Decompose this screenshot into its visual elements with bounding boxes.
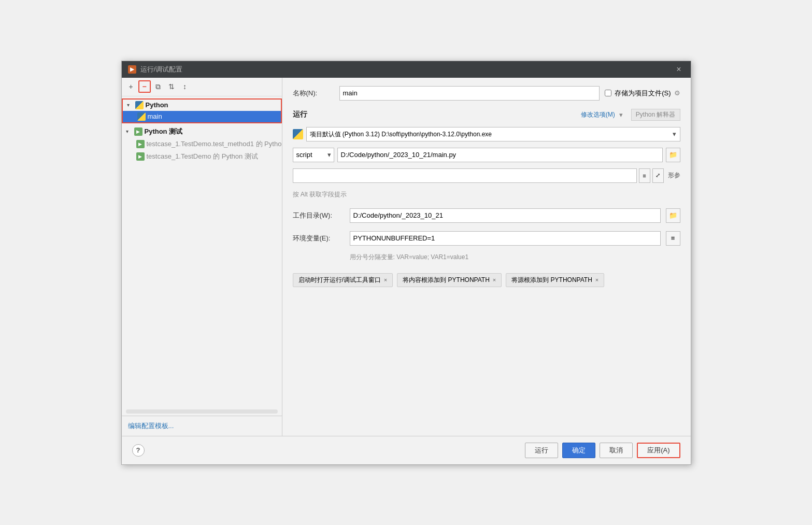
python-test-expand-arrow: ▾ (126, 129, 132, 134)
tag-add-content-root-label: 将内容根添加到 PYTHONPATH (403, 276, 490, 285)
python-test-group-icon: ▶ (134, 127, 143, 136)
folder-icon: 📁 (669, 151, 677, 159)
test-item-2-label: testcase_1.TestDemo 的 Python 测试 (147, 152, 258, 161)
tag-add-source-root-label: 将源根添加到 PYTHONPATH (511, 276, 592, 285)
params-code-button[interactable]: ≡ (639, 168, 650, 183)
help-button[interactable]: ? (132, 444, 145, 457)
move-config-button[interactable]: ⇅ (165, 80, 178, 93)
workdir-row: 工作目录(W): 📁 (293, 208, 680, 223)
ok-button[interactable]: 确定 (562, 443, 595, 458)
scroll-indicator (126, 409, 278, 414)
script-type-wrapper: script (293, 148, 334, 162)
config-tree: ▾ Python main ▾ ▶ Python 测试 ▶ (122, 96, 282, 407)
tag-add-source-root: 将源根添加到 PYTHONPATH × (506, 273, 604, 287)
left-panel: + − ⧉ ⇅ ↕ ▾ Python main (122, 78, 282, 436)
params-area: ≡ ⤢ 形参 (293, 168, 680, 183)
envvar-hint: 用分号分隔变量: VAR=value; VAR1=value1 (350, 252, 680, 263)
main-config-label: main (148, 112, 162, 120)
save-as-project-checkbox[interactable] (605, 90, 611, 96)
python-expand-arrow: ▾ (127, 102, 133, 108)
python-test-group-item[interactable]: ▾ ▶ Python 测试 (122, 125, 282, 138)
title-bar-left: ▶ 运行/调试配置 (128, 65, 183, 74)
add-config-button[interactable]: + (125, 80, 137, 93)
tag-add-content-root-close[interactable]: × (493, 277, 496, 283)
canshu-label: 形参 (666, 171, 680, 180)
test-item-2[interactable]: ▶ testcase_1.TestDemo 的 Python 测试 (122, 150, 282, 163)
run-button[interactable]: 运行 (525, 443, 558, 458)
interpreter-select-wrapper: 项目默认值 (Python 3.12) D:\soft\python\pytho… (306, 127, 680, 141)
left-toolbar: + − ⧉ ⇅ ↕ (122, 78, 282, 96)
left-footer: 编辑配置模板... (122, 416, 282, 436)
tag-run-tool-window-label: 启动时打开运行/调试工具窗口 (298, 276, 381, 285)
params-input[interactable] (293, 168, 637, 183)
run-debug-config-dialog: ▶ 运行/调试配置 × + − ⧉ ⇅ ↕ ▾ Py (121, 61, 691, 465)
envvar-label: 环境变量(E): (293, 234, 345, 243)
name-label: 名称(N): (293, 89, 334, 98)
name-row: 名称(N): 存储为项目文件(S) ⚙ (293, 86, 680, 101)
run-section-header: 运行 修改选项(M) ▾ Python 解释器 (293, 109, 680, 121)
title-bar: ▶ 运行/调试配置 × (122, 61, 691, 78)
dialog-title: 运行/调试配置 (140, 65, 183, 74)
script-path-input[interactable] (337, 148, 663, 162)
python-interpreter-hint: Python 解释器 (631, 109, 680, 121)
save-as-project-label: 存储为项目文件(S) (615, 89, 671, 98)
workdir-folder-button[interactable]: 📁 (666, 208, 680, 223)
python-group-item[interactable]: ▾ Python (123, 100, 281, 111)
footer-left: ? (132, 444, 145, 457)
save-checkbox-row: 存储为项目文件(S) ⚙ (605, 89, 680, 98)
script-row: script 📁 (293, 148, 680, 162)
interpreter-select[interactable]: 项目默认值 (Python 3.12) D:\soft\python\pytho… (306, 127, 680, 141)
script-folder-button[interactable]: 📁 (666, 148, 680, 162)
test-item-2-icon: ▶ (136, 152, 145, 161)
app-icon: ▶ (128, 65, 136, 74)
workdir-folder-icon: 📁 (669, 211, 677, 219)
tag-run-tool-window-close[interactable]: × (384, 277, 387, 283)
copy-config-button[interactable]: ⧉ (152, 80, 164, 93)
test-item-1-label: testcase_1.TestDemo.test_method1 的 Pytho (147, 139, 282, 149)
main-content: + − ⧉ ⇅ ↕ ▾ Python main (122, 78, 691, 436)
workdir-input[interactable] (350, 208, 661, 223)
modify-options-arrow: ▾ (619, 111, 623, 119)
right-spacer (293, 293, 680, 428)
envvar-edit-button[interactable]: ≡ (666, 231, 680, 246)
interpreter-python-icon (293, 129, 303, 139)
dialog-footer: ? 运行 确定 取消 应用(A) (122, 436, 691, 464)
remove-config-button[interactable]: − (138, 80, 151, 93)
params-expand-button[interactable]: ⤢ (652, 168, 664, 183)
sort-config-button[interactable]: ↕ (179, 80, 191, 93)
close-button[interactable]: × (673, 64, 684, 75)
python-test-group-label: Python 测试 (145, 127, 183, 136)
envvar-input[interactable] (350, 231, 661, 246)
modify-options-link[interactable]: 修改选项(M) (581, 110, 615, 119)
run-section-title: 运行 (293, 110, 307, 119)
tag-add-source-root-close[interactable]: × (595, 277, 599, 283)
edit-templates-link[interactable]: 编辑配置模板... (128, 422, 174, 430)
interpreter-row: 项目默认值 (Python 3.12) D:\soft\python\pytho… (293, 127, 680, 141)
modify-options-group: 修改选项(M) ▾ Python 解释器 (581, 109, 680, 121)
test-item-1[interactable]: ▶ testcase_1.TestDemo.test_method1 的 Pyt… (122, 138, 282, 150)
workdir-label: 工作目录(W): (293, 211, 345, 220)
python-group-icon (135, 101, 144, 109)
name-input[interactable] (339, 86, 600, 101)
settings-icon: ⚙ (674, 89, 680, 97)
tag-run-tool-window: 启动时打开运行/调试工具窗口 × (293, 273, 393, 287)
params-input-row: ≡ ⤢ 形参 (293, 168, 680, 183)
apply-button[interactable]: 应用(A) (637, 443, 680, 458)
python-group-label: Python (146, 101, 168, 109)
alt-hint: 按 Alt 获取字段提示 (293, 189, 680, 200)
main-config-icon (137, 112, 146, 121)
footer-right: 运行 确定 取消 应用(A) (525, 443, 680, 458)
envvar-row: 环境变量(E): ≡ (293, 231, 680, 246)
right-panel: 名称(N): 存储为项目文件(S) ⚙ 运行 修改选项(M) ▾ Python … (282, 78, 691, 436)
python-section: ▾ Python main (122, 98, 282, 123)
test-item-1-icon: ▶ (136, 140, 145, 148)
cancel-button[interactable]: 取消 (600, 443, 633, 458)
tags-row: 启动时打开运行/调试工具窗口 × 将内容根添加到 PYTHONPATH × 将源… (293, 273, 680, 287)
envvar-edit-icon: ≡ (671, 234, 675, 242)
tag-add-content-root: 将内容根添加到 PYTHONPATH × (397, 273, 502, 287)
script-type-select[interactable]: script (293, 148, 334, 162)
main-config-item[interactable]: main (123, 111, 281, 122)
